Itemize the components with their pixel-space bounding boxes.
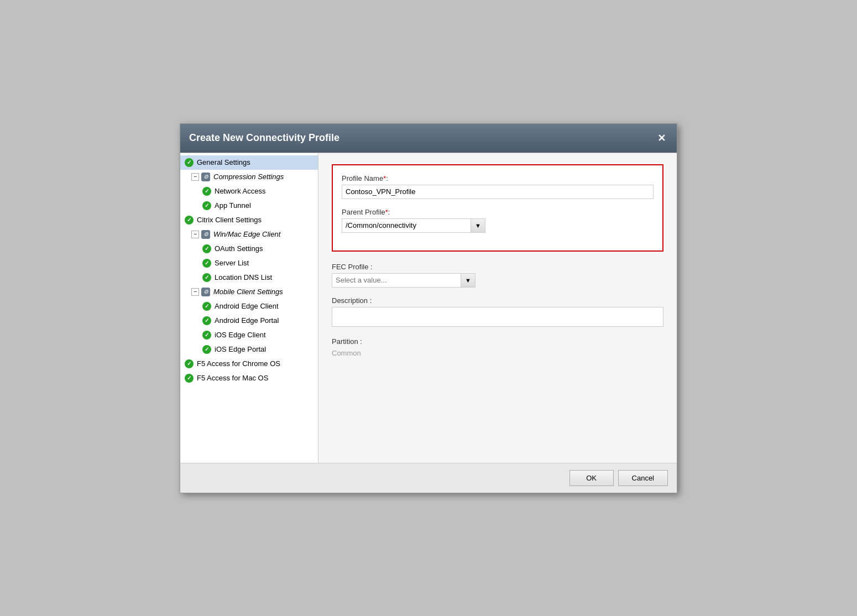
sidebar-item-label-android-edge-client: Android Edge Client [215,302,279,310]
sidebar-item-general-settings[interactable]: General Settings [180,155,318,170]
sidebar-item-android-edge-portal[interactable]: Android Edge Portal [180,314,318,328]
check-icon-android-edge-client [202,302,211,311]
sidebar-item-ios-edge-client[interactable]: iOS Edge Client [180,328,318,342]
sidebar-item-label-network-access: Network Access [215,187,265,195]
parent-profile-label: Parent Profile*: [342,208,654,216]
fec-profile-select-wrapper: ▼ [332,273,475,288]
sidebar-item-label-ios-edge-portal: iOS Edge Portal [215,345,266,353]
main-content: Profile Name*: Parent Profile*: ▼ [318,153,677,463]
check-icon-server-list [202,259,211,268]
check-icon-network-access [202,187,211,196]
check-icon-f5-chrome [185,359,194,368]
dialog: Create New Connectivity Profile ✕ Genera… [180,123,677,493]
parent-profile-group: Parent Profile*: ▼ [342,208,654,233]
gear-icon-compression-settings: ⚙ [201,173,210,181]
sidebar-item-label-general-settings: General Settings [197,158,250,166]
description-label: Description : [332,296,663,305]
check-icon-android-edge-portal [202,316,211,325]
check-icon-f5-mac [185,374,194,383]
fec-profile-group: FEC Profile : ▼ [332,263,663,288]
sidebar-item-compression-settings[interactable]: −⚙Compression Settings [180,170,318,184]
sidebar-item-label-mobile-client: Mobile Client Settings [213,288,283,296]
dialog-titlebar: Create New Connectivity Profile ✕ [180,124,677,153]
partition-label: Partition : [332,337,663,346]
sidebar-item-ios-edge-portal[interactable]: iOS Edge Portal [180,342,318,357]
profile-name-input[interactable] [342,185,654,199]
close-button[interactable]: ✕ [655,132,668,145]
profile-name-group: Profile Name*: [342,174,654,199]
collapse-icon-winmac-edge[interactable]: − [191,231,199,238]
check-icon-app-tunnel [202,201,211,210]
ok-button[interactable]: OK [569,470,614,486]
parent-profile-input[interactable] [342,218,471,233]
sidebar: General Settings−⚙Compression SettingsNe… [180,153,318,463]
sidebar-item-mobile-client[interactable]: −⚙Mobile Client Settings [180,285,318,299]
partition-value: Common [332,348,663,357]
sidebar-item-network-access[interactable]: Network Access [180,184,318,199]
sidebar-item-label-f5-mac: F5 Access for Mac OS [197,374,268,382]
check-icon-oauth-settings [202,244,211,253]
profile-name-label: Profile Name*: [342,174,654,182]
fec-profile-dropdown-button[interactable]: ▼ [461,273,475,288]
sidebar-item-winmac-edge[interactable]: −⚙Win/Mac Edge Client [180,227,318,242]
sidebar-item-label-compression-settings: Compression Settings [213,173,284,181]
sidebar-item-android-edge-client[interactable]: Android Edge Client [180,299,318,314]
sidebar-item-f5-chrome[interactable]: F5 Access for Chrome OS [180,357,318,371]
sidebar-item-label-f5-chrome: F5 Access for Chrome OS [197,359,280,368]
fec-profile-input[interactable] [332,273,461,288]
parent-profile-dropdown-button[interactable]: ▼ [471,218,485,233]
sidebar-item-citrix-client[interactable]: Citrix Client Settings [180,213,318,227]
parent-profile-select-wrapper: ▼ [342,218,485,233]
sidebar-item-label-oauth-settings: OAuth Settings [215,244,263,253]
sidebar-item-label-app-tunnel: App Tunnel [215,201,251,210]
collapse-icon-compression-settings[interactable]: − [191,173,199,181]
sidebar-item-label-winmac-edge: Win/Mac Edge Client [213,230,280,238]
gear-icon-winmac-edge: ⚙ [201,230,210,239]
collapse-icon-mobile-client[interactable]: − [191,288,199,296]
dialog-title: Create New Connectivity Profile [189,132,339,144]
sidebar-item-label-android-edge-portal: Android Edge Portal [215,316,279,325]
sidebar-item-oauth-settings[interactable]: OAuth Settings [180,242,318,256]
fec-profile-label: FEC Profile : [332,263,663,271]
sidebar-item-label-location-dns: Location DNS List [215,273,272,281]
check-icon-general-settings [185,158,194,167]
cancel-button[interactable]: Cancel [618,470,668,486]
sidebar-item-app-tunnel[interactable]: App Tunnel [180,199,318,213]
partition-group: Partition : Common [332,337,663,357]
gear-icon-mobile-client: ⚙ [201,288,210,296]
check-icon-ios-edge-client [202,331,211,340]
sidebar-item-label-ios-edge-client: iOS Edge Client [215,331,266,339]
check-icon-location-dns [202,273,211,282]
sidebar-item-location-dns[interactable]: Location DNS List [180,270,318,285]
check-icon-citrix-client [185,216,194,225]
dialog-footer: OK Cancel [180,463,677,493]
description-group: Description : [332,296,663,328]
sidebar-item-label-server-list: Server List [215,259,249,267]
check-icon-ios-edge-portal [202,345,211,354]
sidebar-item-label-citrix-client: Citrix Client Settings [197,216,262,224]
dialog-body: General Settings−⚙Compression SettingsNe… [180,153,677,463]
sidebar-item-f5-mac[interactable]: F5 Access for Mac OS [180,371,318,385]
highlighted-section: Profile Name*: Parent Profile*: ▼ [332,164,663,252]
description-input[interactable] [332,307,663,327]
sidebar-item-server-list[interactable]: Server List [180,256,318,270]
